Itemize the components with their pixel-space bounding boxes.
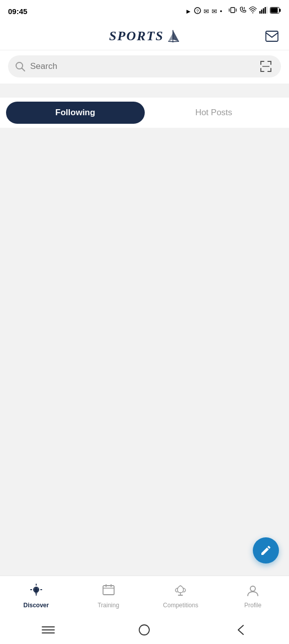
app-logo: SPORTS [109, 29, 180, 44]
compose-fab-button[interactable] [253, 537, 279, 564]
search-bar[interactable] [8, 55, 281, 77]
svg-rect-14 [271, 8, 278, 13]
nav-item-profile[interactable]: Profile [217, 576, 289, 616]
status-bar: 09:45 ► ? ✉ ✉ • [0, 0, 289, 22]
nav-item-discover[interactable]: Discover [0, 576, 72, 616]
svg-rect-13 [279, 9, 281, 12]
signal-icon [259, 7, 267, 16]
tab-following-label: Following [55, 108, 95, 118]
training-icon [102, 584, 116, 600]
svg-line-18 [22, 68, 25, 71]
tab-hot-posts[interactable]: Hot Posts [145, 102, 283, 124]
system-home-button[interactable] [133, 619, 155, 641]
nav-item-competitions[interactable]: Competitions [145, 576, 217, 616]
svg-point-29 [250, 586, 255, 591]
competitions-icon [173, 584, 187, 600]
svg-rect-16 [266, 31, 278, 41]
pencil-icon [260, 544, 272, 556]
svg-rect-8 [261, 10, 263, 14]
battery-icon [270, 7, 281, 16]
svg-rect-10 [265, 7, 266, 14]
profile-label: Profile [244, 602, 261, 609]
logo-text: SPORTS [109, 29, 164, 44]
unknown-icon: ? [194, 7, 201, 16]
svg-text:?: ? [197, 9, 199, 14]
search-icon [15, 61, 25, 71]
scan-button[interactable] [258, 58, 274, 74]
discover-label: Discover [24, 602, 49, 609]
tab-following[interactable]: Following [6, 102, 145, 124]
back-chevron-icon [237, 624, 244, 635]
status-icons: ► ? ✉ ✉ • [185, 6, 281, 16]
top-nav: SPORTS [0, 22, 289, 50]
mail-button[interactable] [263, 27, 281, 45]
logo-sail-icon [166, 29, 180, 43]
svg-point-33 [139, 625, 149, 635]
svg-rect-11 [266, 7, 267, 14]
scan-icon [259, 59, 273, 73]
svg-rect-9 [263, 9, 264, 14]
menu-icon [42, 625, 55, 634]
discover-icon [29, 584, 43, 600]
training-label: Training [98, 602, 119, 609]
phone-icon [239, 7, 246, 16]
svg-point-6 [252, 13, 253, 14]
svg-rect-23 [103, 586, 114, 595]
system-nav [0, 616, 289, 644]
envelope2-icon: ✉ [212, 8, 217, 15]
search-container [0, 50, 289, 84]
svg-rect-22 [35, 593, 37, 594]
status-time: 09:45 [8, 7, 27, 16]
svg-rect-21 [35, 592, 37, 593]
email-icon: ✉ [204, 8, 209, 15]
main-content [0, 128, 289, 576]
search-input[interactable] [30, 61, 253, 71]
mail-icon [265, 31, 278, 42]
nav-item-training[interactable]: Training [72, 576, 145, 616]
tab-hot-posts-label: Hot Posts [195, 108, 232, 118]
home-circle-icon [139, 624, 150, 635]
svg-rect-7 [259, 11, 261, 14]
svg-rect-2 [231, 8, 235, 13]
location-icon: ► [185, 8, 192, 15]
profile-icon [246, 584, 260, 600]
competitions-label: Competitions [163, 602, 198, 609]
system-back-button[interactable] [230, 619, 252, 641]
tab-bar: Following Hot Posts [0, 98, 289, 128]
spacer [0, 84, 289, 98]
dot-icon: • [220, 8, 222, 15]
wifi-icon [249, 7, 257, 16]
vibrate-icon [229, 6, 237, 16]
bottom-nav: Discover Training Competitions [0, 576, 289, 616]
system-menu-button[interactable] [37, 619, 59, 641]
